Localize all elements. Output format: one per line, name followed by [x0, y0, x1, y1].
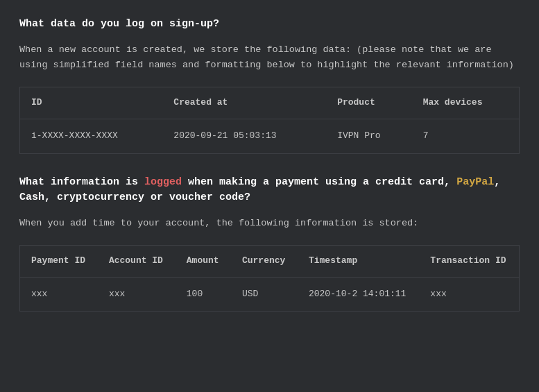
- cell-max-devices: 7: [412, 119, 520, 153]
- col-id: ID: [20, 87, 163, 119]
- payment-table-header-row: Payment ID Account ID Amount Currency Ti…: [20, 245, 520, 277]
- cell-currency: USD: [231, 277, 298, 312]
- signup-table-header-row: ID Created at Product Max devices: [20, 87, 520, 119]
- col-timestamp: Timestamp: [298, 245, 419, 277]
- col-created-at: Created at: [162, 87, 326, 119]
- section2-heading: What information is logged when making a…: [19, 175, 520, 206]
- payment-table-row: xxx xxx 100 USD 2020-10-2 14:01:11 xxx: [20, 277, 520, 312]
- col-payment-id: Payment ID: [20, 245, 98, 277]
- col-product: Product: [326, 87, 412, 119]
- cell-created-at: 2020-09-21 05:03:13: [162, 119, 326, 153]
- col-currency: Currency: [231, 245, 298, 277]
- signup-data-table: ID Created at Product Max devices i-XXXX…: [19, 87, 520, 154]
- cell-transaction-id: xxx: [419, 277, 519, 312]
- section1-description: When a new account is created, we store …: [19, 42, 520, 74]
- highlight-paypal: PayPal: [456, 176, 494, 188]
- section1-heading: What data do you log on sign-up?: [19, 17, 520, 33]
- highlight-logged: logged: [144, 176, 182, 188]
- cell-id: i-XXXX-XXXX-XXXX: [20, 119, 163, 153]
- col-max-devices: Max devices: [412, 87, 520, 119]
- cell-account-id: xxx: [98, 277, 176, 312]
- col-transaction-id: Transaction ID: [419, 245, 519, 277]
- payment-data-table: Payment ID Account ID Amount Currency Ti…: [19, 245, 520, 312]
- cell-payment-id: xxx: [20, 277, 98, 312]
- cell-product: IVPN Pro: [326, 119, 412, 153]
- col-account-id: Account ID: [98, 245, 176, 277]
- col-amount: Amount: [176, 245, 231, 277]
- cell-amount: 100: [176, 277, 231, 312]
- section2-description: When you add time to your account, the f…: [19, 216, 520, 231]
- signup-table-row: i-XXXX-XXXX-XXXX 2020-09-21 05:03:13 IVP…: [20, 119, 520, 153]
- cell-timestamp: 2020-10-2 14:01:11: [298, 277, 419, 312]
